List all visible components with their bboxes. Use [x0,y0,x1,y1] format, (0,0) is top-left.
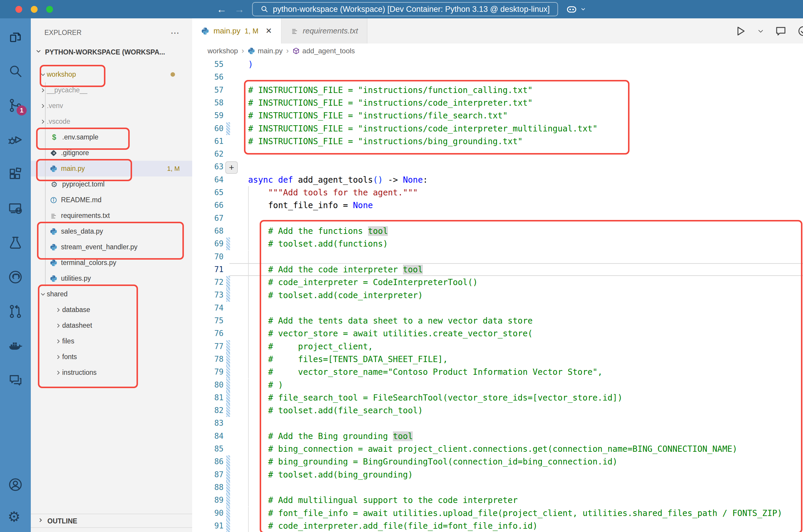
code-line-80[interactable]: 80 # ) [192,379,803,392]
code-editor[interactable]: 55)5657# INSTRUCTIONS_FILE = "instructio… [192,58,803,532]
code-line-76[interactable]: 76 # vector_store = await utilities.crea… [192,327,803,340]
code-line-70[interactable]: 70 [192,250,803,263]
file-row-stream_event_handler.py[interactable]: stream_event_handler.py [31,239,192,255]
forward-button[interactable]: → [234,0,245,18]
file-label: .env.sample [62,133,98,141]
code-line-90[interactable]: 90 # font_file_info = await utilities.up… [192,507,803,519]
code-line-89[interactable]: 89 # Add multilingual support to the cod… [192,494,803,507]
code-line-68[interactable]: 68 # Add the functions tool [192,225,803,238]
file-row-pyproject.toml[interactable]: ⚙pyproject.toml [31,176,192,192]
code-line-64[interactable]: 64async def add_agent_tools() -> None: [192,173,803,186]
code-line-79[interactable]: 79 # vector_store_name="Contoso Product … [192,366,803,378]
code-text: # Add the Bing grounding tool [248,430,413,442]
activity-testing-icon[interactable] [8,235,23,250]
code-line-78[interactable]: 78 # files=[TENTS_DATA_SHEET_FILE], [192,353,803,366]
file-row-.venv[interactable]: .venv [31,98,192,114]
timeline-section-header[interactable]: TIMELINE [31,527,192,532]
inline-add-button[interactable]: + [225,162,238,174]
code-line-57[interactable]: 57# INSTRUCTIONS_FILE = "instructions/fu… [192,84,803,96]
code-line-60[interactable]: 60# INSTRUCTIONS_FILE = "instructions/co… [192,122,803,135]
code-line-61[interactable]: 61# INSTRUCTIONS_FILE = "instructions/bi… [192,135,803,148]
code-line-67[interactable]: 67 [192,212,803,225]
activity-source-control-icon[interactable]: 1 [8,98,23,113]
file-row-workshop[interactable]: workshop [31,66,192,82]
activity-docker-icon[interactable] [8,338,23,354]
breadcrumb-item-main.py[interactable]: main.py [248,47,283,55]
back-button[interactable]: ← [217,0,227,18]
code-line-63[interactable]: 63+ [192,160,803,173]
file-row-fonts[interactable]: fonts [31,349,192,365]
file-row-sales_data.py[interactable]: sales_data.py [31,224,192,239]
code-line-66[interactable]: 66 font_file_info = None [192,199,803,212]
command-center-search[interactable]: python-workspace (Workspace) [Dev Contai… [252,2,558,16]
run-button[interactable] [734,25,747,37]
code-line-75[interactable]: 75 # Add the tents data sheet to a new v… [192,315,803,327]
file-row-requirements.txt[interactable]: requirements.txt [31,208,192,224]
code-line-59[interactable]: 59# INSTRUCTIONS_FILE = "instructions/fi… [192,109,803,122]
file-row-__pycache__[interactable]: __pycache__ [31,82,192,98]
activity-run-debug-icon[interactable] [8,132,23,148]
close-window-button[interactable] [15,6,22,13]
file-row-.gitignore[interactable]: .gitignore [31,145,192,161]
code-line-91[interactable]: 91 # code_interpreter.add_file(file_id=f… [192,519,803,532]
file-row-main.py[interactable]: main.py1, M [31,161,192,176]
file-row-.vscode[interactable]: .vscode [31,114,192,129]
activity-remote-explorer-icon[interactable] [8,201,23,216]
tab-requirements.txt[interactable]: requirements.txt [282,18,367,43]
code-line-87[interactable]: 87 # toolset.add(bing_grounding) [192,468,803,481]
code-line-86[interactable]: 86 # bing_grounding = BingGroundingTool(… [192,455,803,468]
code-line-82[interactable]: 82 # toolset.add(file_search_tool) [192,404,803,417]
file-row-database[interactable]: database [31,302,192,318]
open-comment-button[interactable] [775,25,787,37]
copilot-menu[interactable] [566,3,586,15]
code-line-62[interactable]: 62 [192,148,803,160]
activity-settings-icon[interactable]: ⚙ [8,509,23,524]
outline-section-header[interactable]: OUTLINE [31,514,192,528]
tab-main.py[interactable]: main.py1, M✕ [192,18,282,43]
code-line-81[interactable]: 81 # file_search_tool = FileSearchTool(v… [192,392,803,404]
minimize-window-button[interactable] [31,6,38,13]
file-row-.env.sample[interactable]: $.env.sample [31,129,192,145]
chevron-right-icon [55,369,62,376]
file-row-utilities.py[interactable]: utilities.py [31,271,192,286]
activity-account-icon[interactable] [8,477,23,492]
code-line-85[interactable]: 85 # bing_connection = await project_cli… [192,442,803,455]
file-row-README.md[interactable]: README.md [31,192,192,208]
check-button[interactable] [797,25,803,37]
indent-guide [248,417,249,430]
code-line-55[interactable]: 55) [192,58,803,71]
code-line-84[interactable]: 84 # Add the Bing grounding tool [192,430,803,442]
code-line-72[interactable]: 72 # code_interpreter = CodeInterpreterT… [192,276,803,289]
activity-extensions-icon[interactable] [8,166,23,182]
code-line-56[interactable]: 56 [192,71,803,83]
breadcrumb-item-add_agent_tools[interactable]: add_agent_tools [292,47,355,55]
file-row-instructions[interactable]: instructions [31,365,192,380]
workspace-header[interactable]: PYTHON-WORKSPACE (WORKSPA... [31,45,192,59]
run-dropdown-button[interactable] [757,27,765,35]
breadcrumb-item-workshop[interactable]: workshop [208,47,238,55]
code-line-88[interactable]: 88 [192,481,803,494]
close-icon[interactable]: ✕ [266,26,272,36]
file-row-datasheet[interactable]: datasheet [31,318,192,334]
activity-github-icon[interactable] [8,269,23,285]
zoom-window-button[interactable] [46,6,53,13]
activity-comments-icon[interactable] [8,373,23,388]
file-row-files[interactable]: files [31,334,192,349]
code-line-71[interactable]: 71 # Add the code interpreter tool [192,263,803,276]
code-line-77[interactable]: 77 # project_client, [192,340,803,353]
code-line-83[interactable]: 83 [192,417,803,430]
activity-search-icon[interactable] [8,63,23,79]
more-actions-icon[interactable]: ⋯ [171,27,180,38]
file-row-terminal_colors.py[interactable]: terminal_colors.py [31,255,192,271]
code-line-69[interactable]: 69 # toolset.add(functions) [192,238,803,250]
activity-explorer-icon[interactable] [8,29,23,44]
file-row-shared[interactable]: shared [31,286,192,302]
activity-pull-requests-icon[interactable] [8,304,23,319]
line-number: 83 [192,417,224,430]
line-number: 66 [192,199,224,212]
code-line-58[interactable]: 58# INSTRUCTIONS_FILE = "instructions/co… [192,96,803,109]
code-line-73[interactable]: 73 # toolset.add(code_interpreter) [192,289,803,301]
code-line-74[interactable]: 74 [192,302,803,315]
code-line-65[interactable]: 65 """Add tools for the agent.""" [192,186,803,199]
line-number: 89 [192,494,224,507]
